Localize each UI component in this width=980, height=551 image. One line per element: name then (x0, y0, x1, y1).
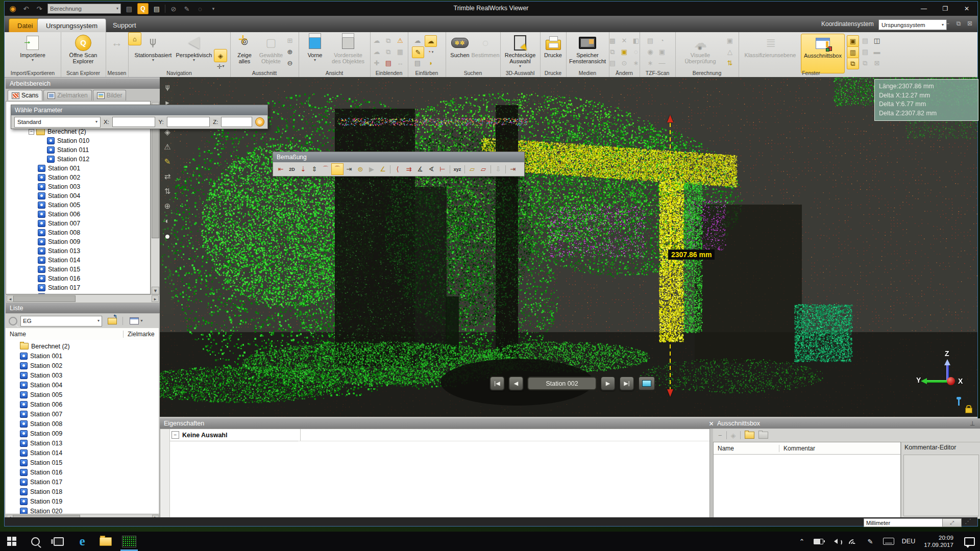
start-button[interactable] (0, 532, 23, 551)
offset-distance-icon[interactable]: ⇥ (344, 164, 355, 174)
sep-2[interactable] (448, 164, 452, 174)
zeige-alles-button[interactable]: ✛◎ Zeige alles (232, 34, 257, 64)
first-station-button[interactable]: |◀ (489, 376, 505, 391)
plane-icon[interactable]: ▱ (467, 164, 478, 174)
tree-item[interactable]: Station 002 (6, 173, 150, 182)
remove-box-icon[interactable]: − (718, 432, 722, 439)
show-table-icon[interactable]: ▦ (395, 46, 406, 57)
tree-vertical-scrollbar[interactable]: ▲ ▼ (151, 101, 160, 295)
plane-add-icon[interactable]: ▱ (478, 164, 489, 174)
color-book-icon[interactable]: ▤ (412, 58, 423, 68)
tree-item[interactable]: Station 009 (6, 237, 150, 246)
mdi-minimize-icon[interactable]: – (942, 20, 953, 27)
property-row[interactable]: − Keine Auswahl (169, 429, 301, 441)
pan-horizontal-icon[interactable]: ⇄ (164, 172, 171, 181)
annotate-icon[interactable]: ▩ (607, 35, 618, 46)
fit-view-icon[interactable]: ⊞ (284, 35, 296, 46)
column-zielmarke[interactable]: Zielmarke (124, 331, 155, 338)
clock[interactable]: 20:09 17.09.2017 (919, 532, 959, 551)
radius-icon[interactable]: ⌒ (320, 164, 331, 174)
color-cloud-icon[interactable]: ☁ (425, 35, 437, 47)
export-measure-icon[interactable]: ⇩ (493, 164, 504, 174)
importiere-button[interactable]: Importiere ▾ (17, 34, 48, 62)
tree-item[interactable]: Station 013 (6, 246, 150, 256)
horizontal-distance-icon[interactable]: ⇤ (275, 164, 286, 174)
angle-ruler-icon[interactable]: ∠ (377, 164, 388, 174)
color-settings-icon[interactable]: ☁ (412, 35, 423, 46)
list-item[interactable]: Berechnet (2) (6, 341, 159, 351)
mesh-icon[interactable]: △ (724, 46, 736, 57)
list-item[interactable]: Station 017 (6, 477, 159, 487)
vorderseite-button[interactable]: Vorderseite des Objektes (329, 34, 367, 64)
y-input[interactable] (167, 117, 210, 127)
sort-icon[interactable]: ⇅ (724, 58, 736, 68)
workspace-tab[interactable]: Zielmarken (43, 90, 91, 101)
view-lock-icon[interactable] (965, 408, 972, 413)
zoom-mode-icon[interactable]: ⊕ (164, 202, 171, 211)
station-angle-icon[interactable]: ⊢ (437, 164, 448, 174)
waehle-parameter-header[interactable]: Wähle Parameter (11, 105, 267, 115)
point-cloud-viewport[interactable] (160, 77, 977, 417)
previous-station-button[interactable]: ◀ (508, 376, 524, 391)
trackball-icon[interactable]: ● (164, 231, 170, 242)
annotate-pencil-icon[interactable]: ✎ (164, 157, 171, 166)
list-item[interactable]: Station 018 (6, 487, 159, 496)
tray-chevron-button[interactable]: ⌃ (794, 532, 810, 551)
scroll-left-icon[interactable]: ◂ (7, 295, 14, 302)
tzf-box-icon[interactable]: ▣ (656, 46, 668, 57)
xyz-coordinates-icon[interactable]: xyz (452, 164, 463, 174)
list-item[interactable]: Station 003 (6, 370, 159, 380)
viewport-layout-icon[interactable]: ▣ (847, 35, 859, 47)
color-fan-icon[interactable]: ◑ (425, 58, 436, 68)
visuelle-ueberpruefung-button[interactable]: ☁ Visuelle Überprüfung (678, 34, 722, 64)
tab-ursprungssystem[interactable]: Ursprungssystem (37, 18, 106, 33)
parameter-preset-combo[interactable]: Standard ▾ (14, 117, 101, 128)
distance-2d-icon[interactable]: 2D (286, 164, 298, 174)
touch-keyboard-button[interactable] (879, 532, 898, 551)
sep-1[interactable] (388, 164, 392, 174)
list-item[interactable]: Station 013 (6, 438, 159, 448)
list-item[interactable]: Station 019 (6, 496, 159, 506)
open-box-disabled-icon[interactable] (758, 432, 768, 439)
list-item[interactable]: Station 004 (6, 380, 159, 390)
examine-mode-toggle[interactable]: ◈ (214, 49, 227, 62)
unit-field[interactable] (864, 518, 944, 527)
resize-grip[interactable]: ⋰ (965, 517, 971, 525)
show-ruler-icon[interactable]: ↔ (395, 58, 406, 68)
sep-4[interactable] (489, 164, 493, 174)
scans-tree[interactable]: Berechnet (2) Station 010 Station 011 (6, 101, 151, 294)
realworks-taskbar-button[interactable] (117, 532, 141, 551)
show-markers-icon[interactable]: ✚ (371, 58, 382, 68)
ausschnittsbox-button[interactable]: Ausschnittsbox (801, 34, 845, 73)
volume-indicator[interactable] (827, 532, 844, 551)
pen-indicator[interactable]: ✎ (862, 532, 879, 551)
delete-icon[interactable]: ✕ (619, 35, 630, 46)
tzf-star-icon[interactable]: ∗ (645, 58, 656, 68)
tree-item[interactable]: Station 016 (6, 274, 150, 283)
layout-3-icon[interactable]: ▤ (860, 35, 871, 46)
scroll-right-icon[interactable]: ▸ (152, 295, 159, 302)
zoom-out-icon[interactable]: ⊖ (284, 58, 296, 68)
pan-vertical-icon[interactable]: ⇅ (164, 187, 171, 196)
unit-settings-button[interactable]: ⤢ (942, 518, 962, 527)
coordinate-system-combo[interactable]: Urspungssystem ▾ (878, 19, 947, 30)
tzf-image-icon[interactable]: ▤ (645, 35, 656, 46)
split-v-icon[interactable]: ◫ (871, 35, 883, 46)
network-indicator[interactable] (844, 532, 862, 551)
column-name[interactable]: Name (714, 445, 779, 452)
list-item[interactable]: Station 007 (6, 409, 159, 419)
file-explorer-button[interactable] (94, 532, 117, 551)
show-stations-icon[interactable]: ☁ (371, 35, 382, 46)
list-item[interactable]: Station 008 (6, 419, 159, 429)
angle-vector-icon[interactable]: ⇉ (403, 164, 414, 174)
tab-support[interactable]: Support (105, 18, 144, 32)
scroll-down-icon[interactable]: ▼ (152, 287, 159, 294)
list-item[interactable]: Station 009 (6, 429, 159, 438)
column-name[interactable]: Name (6, 331, 124, 338)
sep-5[interactable] (504, 164, 507, 174)
tzf-pie-icon[interactable]: ◔ (656, 35, 668, 46)
pick-point-icon[interactable]: ▶ (366, 164, 377, 174)
list-item[interactable]: Station 001 (6, 351, 159, 361)
angle-z-icon[interactable]: ∡ (414, 164, 426, 174)
diameter-icon[interactable]: ⌒ (331, 163, 344, 175)
